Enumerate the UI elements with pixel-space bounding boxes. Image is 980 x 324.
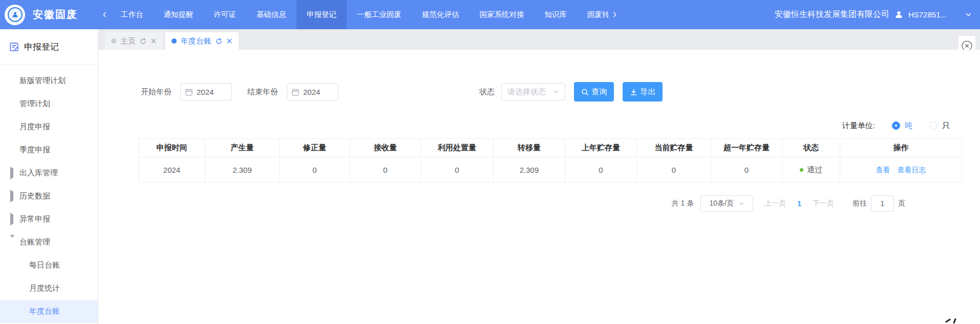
current-page[interactable]: 1 [797, 199, 801, 208]
start-year-label: 开始年份 [141, 87, 172, 97]
unit-option-label: 吨 [905, 121, 912, 131]
action-link-view-log[interactable]: 查看日志 [898, 166, 926, 174]
emblem-icon [8, 7, 23, 22]
action-link-view[interactable]: 查看 [876, 166, 890, 174]
refresh-icon[interactable] [140, 38, 146, 45]
user-id[interactable]: HS72851... [908, 10, 947, 19]
main-content: 开始年份 2024 结束年份 2024 状态 请选择状态 查询 导出 计量单位:… [98, 50, 980, 324]
table-row: 20242.3090002.309000通过查看查看日志 [139, 157, 962, 183]
table-header-cell: 修正量 [280, 139, 350, 157]
sidebar-item-2[interactable]: 管理计划 [0, 92, 98, 115]
sidebar-item-9[interactable]: 每日台账 [0, 254, 98, 277]
nav-item-3[interactable]: 许可证 [204, 0, 247, 29]
nav-item-9[interactable]: 知识库 [535, 0, 578, 29]
status-placeholder: 请选择状态 [507, 87, 546, 97]
end-year-label: 结束年份 [247, 87, 278, 97]
sidebar-item-11[interactable]: 年度台账 [0, 300, 98, 323]
pagination: 共 1 条 10条/页 上一页 1 下一页 前往 页 [98, 195, 980, 212]
sidebar-title: 申报登记 [24, 41, 59, 53]
search-button[interactable]: 查询 [574, 82, 614, 102]
table-header-cell: 超一年贮存量 [711, 139, 782, 157]
radio-selected-icon[interactable] [892, 121, 900, 130]
radio-icon[interactable] [929, 121, 938, 130]
sidebar-item-3[interactable]: 月度申报 [0, 115, 98, 138]
corner-artifact [944, 317, 957, 324]
table-cell: 0 [280, 157, 350, 183]
sidebar-item-7[interactable]: 异常申报 [0, 208, 98, 231]
unit-selector: 计量单位: 吨只 [98, 119, 980, 132]
expand-arrow-icon[interactable] [10, 215, 13, 224]
sidebar-item-4[interactable]: 季度申报 [0, 138, 98, 161]
refresh-icon[interactable] [216, 38, 222, 45]
close-icon[interactable] [151, 38, 157, 44]
unit-option-2[interactable]: 只 [929, 121, 950, 131]
nav-item-10[interactable]: 固废转 [577, 0, 608, 29]
table-cell: 0 [637, 157, 711, 183]
top-nav: 安徽固废 工作台通知提醒许可证基础信息申报登记一般工业固废规范化评估国家系统对接… [0, 0, 980, 29]
nav-scroll-right-icon[interactable] [608, 11, 621, 18]
nav-item-4[interactable]: 基础信息 [246, 0, 296, 29]
end-year-value: 2024 [303, 88, 320, 96]
tab-2[interactable]: 年度台账 [165, 32, 239, 50]
table-header-cell: 利用处置量 [421, 139, 494, 157]
tab-label: 主页 [120, 36, 136, 46]
sidebar-item-label: 出入库管理 [19, 168, 58, 178]
status-select[interactable]: 请选择状态 [501, 83, 565, 100]
expand-arrow-icon[interactable] [10, 169, 13, 177]
status-badge: 通过 [807, 165, 822, 174]
sidebar-item-label: 季度申报 [19, 145, 50, 155]
actions-cell: 查看查看日志 [840, 157, 962, 183]
status-cell: 通过 [782, 157, 840, 183]
nav-item-1[interactable]: 工作台 [111, 0, 154, 29]
close-icon[interactable] [226, 38, 232, 44]
sidebar-item-label: 每日台账 [29, 260, 60, 270]
sidebar-item-label: 台账管理 [19, 237, 50, 247]
table-cell: 0 [565, 157, 637, 183]
company-name: 安徽恒生科技发展集团有限公司 [775, 9, 889, 20]
sidebar: 申报登记 新版管理计划管理计划月度申报季度申报出入库管理历史数据异常申报台账管理… [0, 29, 98, 324]
top-nav-right: 安徽恒生科技发展集团有限公司 HS72851... [775, 9, 980, 20]
sidebar-item-1[interactable]: 新版管理计划 [0, 69, 98, 92]
user-menu-chevron-icon[interactable] [965, 11, 972, 18]
collapse-arrow-icon[interactable] [10, 238, 14, 247]
tab-dot [111, 38, 116, 44]
sidebar-item-10[interactable]: 月度统计 [0, 277, 98, 300]
unit-option-1[interactable]: 吨 [892, 121, 912, 131]
nav-scroll-left-icon[interactable] [98, 11, 111, 18]
nav-item-6[interactable]: 一般工业固废 [347, 0, 412, 29]
next-page-button[interactable]: 下一页 [813, 199, 834, 208]
calendar-icon [292, 88, 299, 96]
search-icon [581, 88, 589, 96]
chevron-down-icon [553, 89, 559, 95]
sidebar-item-label: 年度台账 [29, 307, 60, 316]
prev-page-button[interactable]: 上一页 [764, 199, 786, 208]
tab-strip: 主页年度台账 [105, 32, 241, 50]
table-header-cell: 当前贮存量 [637, 139, 711, 157]
table-cell: 2.309 [205, 157, 280, 183]
tab-dot [172, 38, 177, 44]
user-icon [894, 10, 903, 19]
goto-page-input[interactable] [871, 195, 894, 212]
sidebar-item-label: 月度申报 [19, 122, 50, 132]
nav-item-8[interactable]: 国家系统对接 [470, 0, 535, 29]
sidebar-menu: 新版管理计划管理计划月度申报季度申报出入库管理历史数据异常申报台账管理每日台账月… [0, 65, 98, 323]
expand-arrow-icon[interactable] [10, 192, 13, 200]
table-header-row: 申报时间产生量修正量接收量利用处置量转移量上年贮存量当前贮存量超一年贮存量状态操… [139, 139, 962, 157]
table-header-cell: 产生量 [205, 139, 280, 157]
top-nav-menu: 工作台通知提醒许可证基础信息申报登记一般工业固废规范化评估国家系统对接知识库固废… [111, 0, 608, 29]
table-header-cell: 操作 [840, 139, 962, 157]
nav-item-5[interactable]: 申报登记 [296, 0, 347, 29]
nav-item-7[interactable]: 规范化评估 [412, 0, 470, 29]
tab-1[interactable]: 主页 [105, 32, 163, 50]
page-size-select[interactable]: 10条/页 [700, 195, 753, 212]
start-year-input[interactable]: 2024 [180, 83, 232, 100]
table-header-cell: 接收量 [350, 139, 421, 157]
sidebar-item-8[interactable]: 台账管理 [0, 231, 98, 254]
export-button[interactable]: 导出 [623, 82, 663, 102]
sidebar-item-5[interactable]: 出入库管理 [0, 161, 98, 185]
end-year-input[interactable]: 2024 [287, 83, 338, 100]
nav-item-2[interactable]: 通知提醒 [154, 0, 204, 29]
table-cell: 0 [421, 157, 494, 183]
sidebar-item-label: 新版管理计划 [19, 76, 66, 86]
sidebar-item-6[interactable]: 历史数据 [0, 185, 98, 208]
